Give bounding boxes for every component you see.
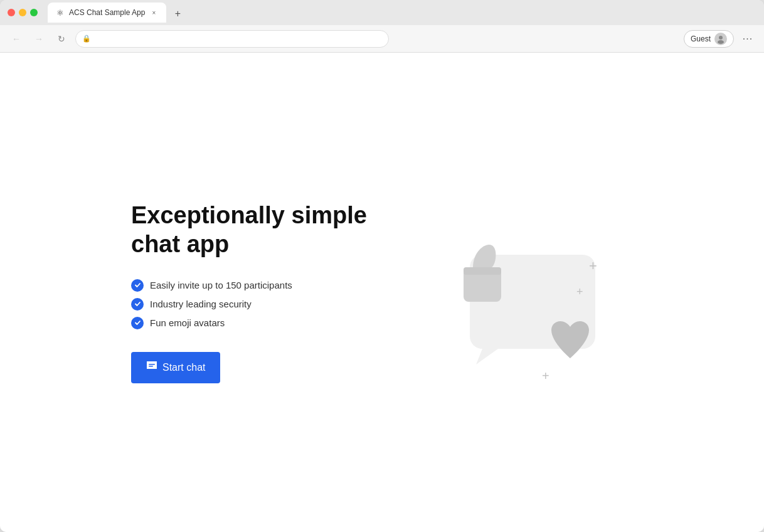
- feature-item-2: Industry leading security: [131, 298, 369, 311]
- title-bar: ⚛ ACS Chat Sample App × +: [0, 0, 764, 25]
- tabs-bar: ⚛ ACS Chat Sample App × +: [48, 3, 756, 23]
- maximize-button[interactable]: [30, 9, 38, 16]
- guest-label: Guest: [691, 35, 711, 43]
- minimize-button[interactable]: [19, 9, 26, 16]
- reload-icon: ↻: [58, 34, 65, 44]
- tab-title: ACS Chat Sample App: [69, 8, 145, 17]
- guest-button[interactable]: Guest: [684, 30, 734, 48]
- feature-text-2: Industry leading security: [150, 299, 252, 309]
- reload-button[interactable]: ↻: [53, 30, 70, 48]
- tab-favicon: ⚛: [55, 8, 65, 18]
- chat-icon: [146, 361, 157, 375]
- feature-item-3: Fun emoji avatars: [131, 317, 369, 329]
- address-bar[interactable]: 🔒: [75, 30, 389, 48]
- tab-close-button[interactable]: ×: [149, 8, 159, 18]
- feature-text-3: Fun emoji avatars: [150, 317, 225, 328]
- svg-point-1: [718, 40, 724, 44]
- features-list: Easily invite up to 150 participants Ind…: [131, 279, 369, 329]
- feature-text-1: Easily invite up to 150 participants: [150, 280, 292, 290]
- start-chat-button[interactable]: Start chat: [131, 352, 220, 383]
- nav-bar: ← → ↻ 🔒 Guest ···: [0, 25, 764, 53]
- more-button[interactable]: ···: [739, 30, 756, 48]
- svg-text:+: +: [542, 369, 549, 383]
- svg-text:+: +: [576, 285, 583, 298]
- nav-right: Guest ···: [684, 30, 756, 48]
- svg-rect-4: [149, 366, 153, 367]
- content-wrapper: Exceptionally simple chat app Easily inv…: [131, 192, 633, 393]
- feature-item-1: Easily invite up to 150 participants: [131, 279, 369, 292]
- check-icon-2: [131, 298, 144, 311]
- check-icon-1: [131, 279, 144, 292]
- forward-icon: →: [34, 34, 43, 44]
- forward-button[interactable]: →: [30, 30, 48, 48]
- active-tab[interactable]: ⚛ ACS Chat Sample App ×: [48, 3, 166, 23]
- browser-window: ⚛ ACS Chat Sample App × + ← → ↻ 🔒 Guest: [0, 0, 764, 532]
- check-icon-3: [131, 317, 144, 329]
- guest-avatar: [714, 33, 727, 45]
- hero-title: Exceptionally simple chat app: [131, 201, 369, 258]
- back-icon: ←: [12, 34, 21, 44]
- svg-rect-7: [464, 267, 501, 275]
- traffic-lights: [8, 9, 38, 16]
- back-button[interactable]: ←: [8, 30, 25, 48]
- lock-icon: 🔒: [82, 35, 91, 43]
- left-content: Exceptionally simple chat app Easily inv…: [131, 201, 369, 383]
- svg-rect-3: [149, 364, 155, 365]
- start-chat-label: Start chat: [162, 362, 205, 373]
- svg-text:+: +: [589, 258, 597, 274]
- svg-point-0: [719, 36, 723, 40]
- close-button[interactable]: [8, 9, 15, 16]
- new-tab-button[interactable]: +: [169, 5, 186, 23]
- page-content: Exceptionally simple chat app Easily inv…: [0, 53, 764, 532]
- chat-illustration: + + +: [395, 192, 633, 393]
